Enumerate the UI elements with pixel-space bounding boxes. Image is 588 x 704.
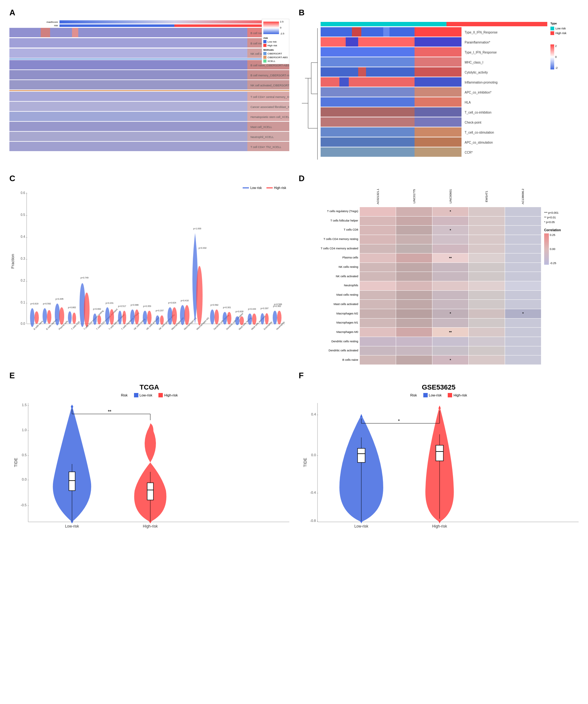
svg-text:APC_co_inhibition*: APC_co_inhibition*	[465, 91, 492, 94]
svg-rect-52	[321, 37, 415, 47]
svg-point-157	[184, 305, 190, 325]
svg-rect-71	[321, 117, 415, 127]
svg-text:0.5: 0.5	[21, 213, 25, 217]
svg-rect-22	[9, 92, 247, 101]
svg-point-148	[156, 315, 159, 325]
svg-point-140	[130, 309, 135, 325]
svg-text:-0.4: -0.4	[310, 490, 316, 494]
svg-rect-58	[415, 57, 462, 67]
svg-point-128	[93, 313, 97, 325]
svg-text:p=0.589: p=0.589	[274, 303, 282, 306]
svg-rect-53	[415, 37, 462, 47]
corr-row-6: **	[360, 253, 541, 262]
svg-text:p=0.830: p=0.830	[235, 310, 244, 313]
svg-rect-64	[339, 77, 349, 87]
svg-point-129	[97, 315, 101, 325]
svg-rect-69	[321, 107, 415, 117]
svg-point-120	[68, 311, 72, 324]
svg-text:p=0.353: p=0.353	[143, 305, 151, 307]
corr-row-12: * *	[360, 309, 541, 318]
svg-rect-208	[147, 483, 153, 500]
gse-legend: Risk Low-risk High-risk	[299, 393, 579, 397]
svg-rect-51	[383, 27, 389, 37]
corr-row-14: **	[360, 328, 541, 337]
svg-rect-67	[321, 97, 415, 107]
svg-text:*: *	[398, 418, 400, 423]
tcga-x-high: High-risk	[143, 524, 158, 528]
svg-text:B cell naive_CIBERSORT-ABS: B cell naive_CIBERSORT-ABS	[251, 64, 289, 67]
mast-cells-resting-label: Mast cells resting	[299, 290, 360, 299]
svg-text:Neutrophil_XCELL: Neutrophil_XCELL	[251, 135, 274, 138]
svg-text:Cancer associated fibroblast_X: Cancer associated fibroblast_XCELL	[251, 106, 289, 109]
svg-point-121	[72, 312, 76, 324]
svg-rect-73	[321, 127, 415, 137]
corr-row-dendritic-activated	[360, 346, 541, 355]
svg-point-180	[265, 313, 269, 325]
svg-text:0.2: 0.2	[21, 279, 25, 282]
tcga-x-low: Low-risk	[65, 524, 79, 528]
svg-point-109	[35, 311, 39, 324]
svg-rect-76	[415, 137, 462, 147]
svg-rect-34	[9, 132, 247, 141]
svg-text:-0.5: -0.5	[21, 503, 26, 507]
svg-text:p=0.416: p=0.416	[181, 299, 189, 302]
svg-text:p=0.301: p=0.301	[223, 306, 231, 309]
svg-point-183	[273, 311, 277, 325]
svg-text:p=0.517: p=0.517	[118, 305, 126, 307]
svg-point-141	[135, 309, 139, 325]
corr-row-4	[360, 235, 541, 244]
svg-rect-60	[415, 67, 462, 77]
svg-text:-0.8: -0.8	[310, 519, 316, 523]
svg-rect-61	[358, 67, 366, 77]
heatmap-b-legend: Type Low risk High risk 2 0 -2	[547, 22, 579, 166]
svg-text:p=0.819: p=0.819	[31, 303, 39, 305]
tcga-high-label: High-risk	[164, 393, 177, 397]
svg-rect-68	[415, 97, 462, 107]
svg-text:0.0: 0.0	[311, 453, 316, 457]
low-risk-label: Low risk	[250, 186, 262, 190]
madscore-label: madScore	[9, 21, 59, 23]
violin-plot: Low risk High risk 0.6 0.5 0.4 0.3	[9, 186, 289, 364]
svg-text:0.0: 0.0	[22, 477, 26, 481]
svg-point-117	[59, 307, 64, 325]
madscore-bar	[59, 20, 289, 23]
type-legend-label: Type	[550, 22, 579, 25]
gse-x-high: High-risk	[432, 524, 447, 528]
svg-text:T_cell_co-inhibition: T_cell_co-inhibition	[465, 111, 492, 114]
panel-a-label: A	[9, 8, 15, 17]
svg-text:p=0.986: p=0.986	[130, 304, 139, 306]
panel-a: A madScore risk B cell na	[6, 6, 292, 169]
svg-text:1.0: 1.0	[22, 428, 26, 432]
heatmap-a-svg: B cell naive_CIBERSORT B cell memory_CIB…	[9, 28, 289, 153]
panel-e: E TCGA Risk Low-risk High-risk	[6, 369, 292, 535]
svg-marker-228	[360, 414, 363, 417]
svg-point-171	[235, 316, 239, 325]
svg-text:Parainflammation*: Parainflammation*	[465, 41, 490, 44]
svg-text:Cytolytic_activity: Cytolytic_activity	[465, 71, 488, 74]
gse-low-label: Low-risk	[429, 393, 442, 397]
violin-svg: 0.6 0.5 0.4 0.3 0.2 0.1 0.0 Fraction	[9, 186, 289, 361]
corr-row-dendritic-resting	[360, 337, 541, 346]
heatmap-a-legend: 2.5 0 -2.5 risk Low risk High risk Metho…	[262, 19, 289, 64]
svg-text:0.5: 0.5	[22, 453, 26, 457]
svg-rect-55	[321, 47, 415, 57]
svg-point-116	[55, 303, 60, 326]
svg-text:HLA: HLA	[465, 101, 471, 104]
svg-text:APC_co_stimulation: APC_co_stimulation	[465, 141, 493, 144]
panel-c-label: C	[9, 174, 15, 183]
svg-text:0.6: 0.6	[21, 191, 25, 195]
corr-row-2	[360, 217, 541, 226]
violin-legend: Low risk High risk	[243, 186, 286, 190]
gse-high-label: High-risk	[453, 393, 467, 397]
tide-gse-svg: 0.4 0.0 -0.4 -0.8 TIDE	[299, 400, 579, 531]
tcga-legend: Risk Low-risk High-risk	[9, 393, 289, 397]
svg-text:CCR*: CCR*	[465, 151, 473, 154]
svg-rect-8	[9, 49, 247, 58]
svg-point-179	[261, 313, 264, 325]
dendritic-cells-resting-label: Dendritic cells resting	[299, 337, 360, 346]
svg-rect-74	[415, 127, 462, 137]
gse-title: GSE53625	[299, 383, 579, 392]
panel-e-label: E	[9, 371, 15, 380]
panel-b-label: B	[299, 8, 305, 17]
svg-point-176	[252, 313, 256, 325]
